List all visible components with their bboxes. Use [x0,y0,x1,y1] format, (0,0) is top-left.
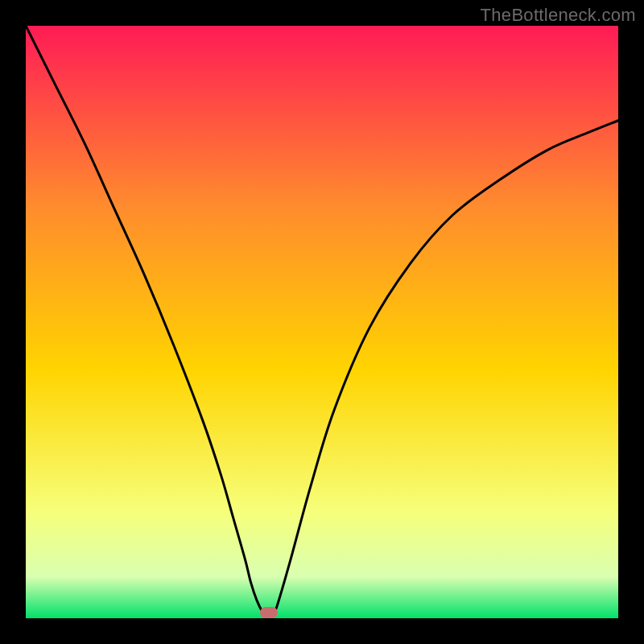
optimal-point-marker [260,607,278,618]
watermark-text: TheBottleneck.com [481,5,636,26]
chart-frame: TheBottleneck.com [0,0,644,644]
bottleneck-curve [26,26,618,618]
curve-layer [26,26,618,618]
